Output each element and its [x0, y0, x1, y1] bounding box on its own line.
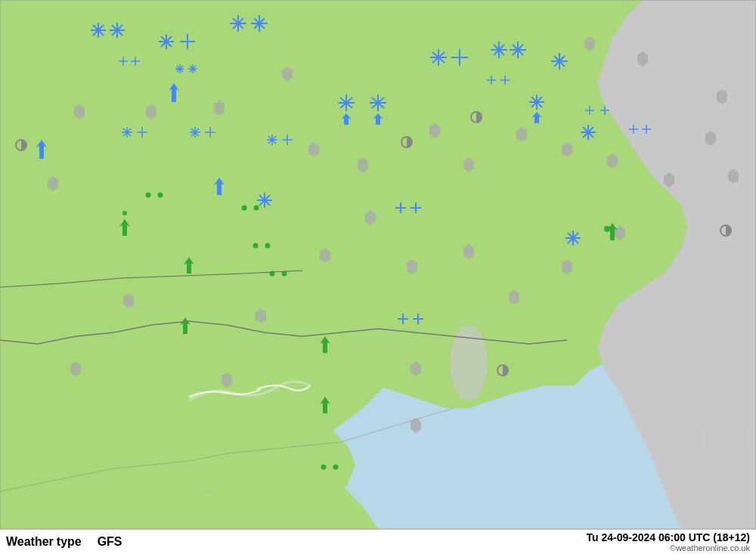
weather-map — [0, 0, 756, 529]
weather-label: Weather — [6, 535, 54, 549]
svg-point-115 — [122, 211, 127, 215]
svg-point-8 — [680, 363, 741, 423]
map-label: Weather type GFS — [6, 535, 122, 549]
bottom-bar: Weather type GFS Tu 24-09-2024 06:00 UTC… — [0, 529, 756, 554]
svg-point-120 — [253, 243, 259, 249]
svg-point-118 — [146, 193, 151, 198]
svg-point-119 — [158, 193, 163, 198]
datetime-container: Tu 24-09-2024 06:00 UTC (18+12) ©weather… — [587, 531, 750, 552]
datetime-label: Tu 24-09-2024 06:00 UTC (18+12) — [587, 531, 750, 543]
svg-point-124 — [321, 465, 327, 470]
watermark: ©weatheronline.co.uk — [670, 543, 750, 552]
svg-point-126 — [242, 206, 247, 211]
svg-point-127 — [254, 206, 259, 211]
type-label: type — [57, 535, 82, 549]
svg-point-121 — [265, 243, 271, 249]
svg-point-9 — [703, 416, 748, 461]
svg-point-125 — [333, 465, 339, 470]
map-container — [0, 0, 756, 529]
model-label: GFS — [98, 535, 122, 549]
